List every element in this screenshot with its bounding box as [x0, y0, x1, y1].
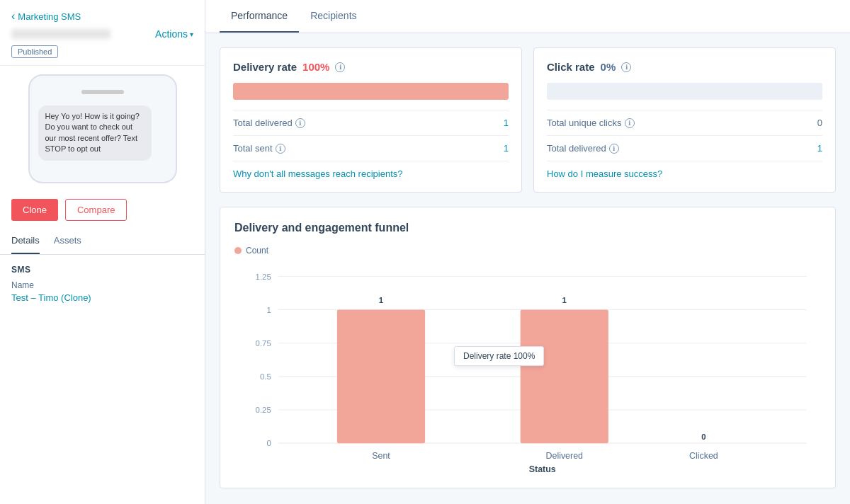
total-sent-row: Total sent ℹ 1: [233, 136, 509, 161]
total-unique-clicks-value: 0: [817, 118, 822, 128]
back-link[interactable]: Marketing SMS: [11, 10, 193, 23]
delivery-rate-title: Delivery rate: [233, 61, 297, 73]
tab-assets[interactable]: Assets: [54, 228, 81, 254]
click-rate-header: Click rate 0% ℹ: [547, 61, 822, 73]
published-badge: Published: [11, 45, 58, 58]
click-delivered-info-icon[interactable]: ℹ: [609, 144, 619, 154]
tab-recipients[interactable]: Recipients: [299, 0, 368, 33]
total-unique-clicks-row: Total unique clicks ℹ 0: [547, 110, 822, 136]
click-rate-delivered-value: 1: [817, 143, 822, 154]
legend-dot: [234, 247, 242, 254]
svg-text:Sent: Sent: [372, 450, 390, 460]
clone-button[interactable]: Clone: [11, 199, 58, 221]
click-rate-card: Click rate 0% ℹ Total unique clicks ℹ 0: [533, 47, 836, 193]
delivery-rate-info-icon[interactable]: ℹ: [335, 62, 345, 72]
total-delivered-row: Total delivered ℹ 1: [233, 110, 509, 136]
svg-text:Delivered: Delivered: [546, 450, 583, 460]
field-name-value: Test – Timo (Clone): [11, 292, 193, 303]
compare-button[interactable]: Compare: [65, 199, 127, 221]
total-sent-value: 1: [504, 143, 509, 154]
funnel-chart-svg: 1.25 1 0.75 0.5 0.25 0 1 1 0 Sent: [234, 261, 821, 474]
svg-text:Status: Status: [529, 464, 556, 474]
phone-notch: [81, 90, 124, 94]
click-rate-percent: 0%: [601, 61, 616, 73]
section-title-sms: SMS: [11, 265, 193, 275]
unique-clicks-info-icon[interactable]: ℹ: [625, 118, 635, 128]
svg-text:1: 1: [562, 296, 567, 304]
svg-text:0.5: 0.5: [260, 372, 271, 381]
delivery-rate-bar-fill: [233, 83, 509, 100]
delivery-rate-link[interactable]: Why don't all messages reach recipients?: [233, 161, 402, 179]
sidebar-actions: Clone Compare: [0, 192, 205, 228]
field-name-label: Name: [11, 280, 193, 290]
header-row: Actions: [11, 28, 193, 40]
click-rate-link[interactable]: How do I measure success?: [547, 161, 662, 179]
total-unique-clicks-label: Total unique clicks ℹ: [547, 118, 635, 128]
svg-text:0: 0: [701, 433, 706, 441]
sms-bubble: Hey Yo yo! How is it going? Do you want …: [38, 105, 152, 161]
delivery-rate-rows: Total delivered ℹ 1 Total sent ℹ 1: [233, 110, 509, 161]
svg-text:1.25: 1.25: [256, 273, 271, 281]
svg-text:0.25: 0.25: [256, 406, 271, 414]
tab-performance[interactable]: Performance: [220, 0, 299, 33]
phone-preview: Hey Yo yo! How is it going? Do you want …: [28, 74, 177, 183]
delivery-rate-percent: 100%: [302, 61, 329, 73]
click-rate-rows: Total unique clicks ℹ 0 Total delivered …: [547, 110, 822, 161]
svg-text:0: 0: [266, 439, 271, 447]
sidebar-section-sms: SMS Name Test – Timo (Clone): [0, 255, 205, 313]
delivery-rate-card: Delivery rate 100% ℹ Total delivered ℹ 1: [220, 47, 522, 193]
total-sent-info-icon[interactable]: ℹ: [276, 144, 285, 154]
delivery-rate-header: Delivery rate 100% ℹ: [233, 61, 509, 73]
legend-label: Count: [246, 246, 268, 256]
sidebar: Marketing SMS Actions Published Hey Yo y…: [0, 0, 205, 504]
delivery-rate-bar-track: [233, 83, 509, 100]
campaign-title-blurred: [11, 29, 110, 39]
click-rate-title: Click rate: [547, 61, 595, 73]
svg-text:1: 1: [379, 296, 384, 304]
click-rate-delivered-row: Total delivered ℹ 1: [547, 136, 822, 161]
svg-text:1: 1: [266, 306, 271, 314]
svg-text:0.75: 0.75: [256, 339, 271, 348]
sidebar-header: Marketing SMS Actions Published: [0, 0, 205, 66]
chart-area: 1.25 1 0.75 0.5 0.25 0 1 1 0 Sent: [234, 261, 821, 474]
actions-button[interactable]: Actions: [155, 28, 193, 40]
tab-bar: Performance Recipients: [205, 0, 850, 33]
bar-sent[interactable]: [337, 310, 425, 444]
click-rate-info-icon[interactable]: ℹ: [621, 62, 631, 72]
tab-details[interactable]: Details: [11, 228, 40, 254]
click-rate-delivered-label: Total delivered ℹ: [547, 143, 619, 154]
content-area: Delivery rate 100% ℹ Total delivered ℹ 1: [205, 33, 850, 504]
total-delivered-value: 1: [504, 118, 509, 128]
bar-delivered[interactable]: [521, 310, 608, 444]
chart-legend: Count: [234, 246, 821, 256]
total-delivered-label: Total delivered ℹ: [233, 118, 305, 128]
click-rate-bar-track: [547, 83, 822, 100]
sidebar-tabs: Details Assets: [0, 228, 205, 255]
svg-text:Clicked: Clicked: [689, 450, 718, 460]
funnel-section: Delivery and engagement funnel Count: [220, 207, 836, 488]
metric-cards: Delivery rate 100% ℹ Total delivered ℹ 1: [220, 47, 836, 193]
total-delivered-info-icon[interactable]: ℹ: [295, 118, 305, 128]
funnel-title: Delivery and engagement funnel: [234, 222, 821, 234]
main-content: Performance Recipients Delivery rate 100…: [205, 0, 850, 504]
total-sent-label: Total sent ℹ: [233, 143, 285, 154]
